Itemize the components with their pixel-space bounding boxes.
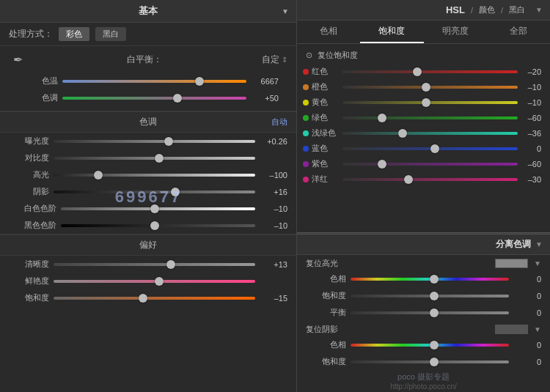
blue-value: 0 (521, 144, 541, 153)
red-slider[interactable] (342, 67, 518, 77)
balance-label: 平衡 (306, 307, 346, 318)
contrast-slider[interactable] (54, 153, 255, 163)
clarity-slider[interactable] (54, 259, 255, 270)
clarity-row: 清晰度 +13 (0, 256, 296, 273)
whites-row: 白色色阶 –10 (0, 200, 296, 217)
shadows-slider[interactable] (54, 187, 255, 197)
hl-sat-label: 饱和度 (306, 290, 346, 301)
hsl-arrow[interactable]: ▼ (535, 6, 543, 14)
collapse-arrow[interactable]: ▼ (282, 7, 289, 15)
blacks-value: –10 (260, 221, 287, 230)
hl-hue-thumb[interactable] (430, 275, 439, 284)
bw-mode-button[interactable]: 黑白 (95, 27, 126, 41)
magenta-thumb[interactable] (404, 175, 413, 184)
sh-sat-thumb[interactable] (430, 358, 439, 366)
saturation-slider[interactable] (54, 293, 255, 303)
aqua-thumb[interactable] (398, 129, 407, 138)
blue-thumb[interactable] (430, 144, 439, 153)
contrast-thumb[interactable] (155, 154, 164, 163)
highlights-thumb[interactable] (94, 171, 103, 180)
blue-slider[interactable] (342, 144, 518, 154)
yellow-thumb[interactable] (422, 98, 430, 107)
red-value: –20 (521, 67, 541, 76)
orange-slider[interactable] (342, 82, 518, 92)
tint-slider[interactable] (62, 93, 246, 103)
blacks-thumb[interactable] (150, 221, 159, 230)
sh-sat-slider[interactable] (351, 357, 509, 367)
vibrance-thumb[interactable] (155, 277, 164, 286)
exposure-thumb[interactable] (164, 137, 173, 146)
wb-preset-value: 自定 (262, 53, 279, 66)
sh-hue-slider[interactable] (351, 340, 509, 350)
hsl-header: HSL / 颜色 / 黑白 ▼ (297, 0, 550, 21)
temp-value: 6667 (251, 77, 279, 86)
green-label: 绿色 (312, 112, 340, 123)
sh-hue-thumb[interactable] (430, 341, 439, 350)
wb-preset[interactable]: 自定 ⇕ (262, 53, 287, 66)
wb-arrows: ⇕ (282, 56, 287, 64)
pref-header: 偏好 (0, 234, 296, 256)
red-thumb[interactable] (413, 67, 422, 76)
reset-highlights-button[interactable]: 复位高光 (306, 258, 338, 269)
clarity-thumb[interactable] (166, 260, 175, 269)
vibrance-slider[interactable] (54, 276, 255, 286)
poco-url: http://photo.poco.cn/ (306, 382, 541, 391)
shadow-reset-row: 复位阴影 ▼ (297, 321, 550, 336)
green-dot (303, 115, 309, 121)
auto-button[interactable]: 自动 (271, 117, 287, 127)
balance-thumb[interactable] (430, 308, 439, 317)
aqua-slider[interactable] (342, 128, 518, 138)
exposure-value: +0.26 (260, 137, 287, 146)
exposure-slider[interactable] (54, 136, 255, 147)
hl-sat-thumb[interactable] (430, 292, 439, 300)
temp-slider[interactable] (62, 76, 246, 86)
tab-all[interactable]: 全部 (487, 21, 550, 43)
shadows-thumb[interactable] (171, 188, 180, 196)
hsl-green-row: 绿色 –60 (297, 110, 550, 125)
blacks-slider[interactable] (61, 221, 255, 231)
tab-saturation[interactable]: 饱和度 (360, 21, 423, 43)
yellow-slider[interactable] (342, 97, 518, 108)
green-slider[interactable] (342, 113, 518, 123)
tab-luminance[interactable]: 明亮度 (424, 21, 487, 43)
sh-sat-value: 0 (513, 358, 541, 366)
magenta-slider[interactable] (342, 174, 518, 185)
highlight-reset-row: 复位高光 ▼ (297, 255, 550, 270)
reset-saturation-button[interactable]: 复位饱和度 (318, 50, 358, 61)
red-dot (303, 69, 309, 75)
tint-thumb[interactable] (173, 94, 182, 103)
green-thumb[interactable] (378, 114, 386, 122)
highlights-label: 高光 (9, 169, 49, 180)
hl-sat-slider[interactable] (351, 291, 509, 301)
purple-thumb[interactable] (378, 160, 386, 169)
eyedropper-icon[interactable]: ✒ (9, 51, 26, 68)
temp-thumb[interactable] (195, 77, 204, 86)
purple-slider[interactable] (342, 159, 518, 169)
magenta-dot (303, 177, 309, 182)
saturation-thumb[interactable] (139, 294, 147, 303)
highlights-slider[interactable] (54, 170, 255, 180)
blacks-row: 黑色色阶 –10 (0, 217, 296, 234)
purple-label: 紫色 (312, 158, 340, 169)
yellow-label: 黄色 (312, 97, 340, 108)
hl-hue-slider[interactable] (351, 274, 509, 284)
hsl-aqua-row: 浅绿色 –36 (297, 125, 550, 141)
orange-thumb[interactable] (422, 83, 430, 92)
red-label: 红色 (312, 66, 340, 77)
yellow-value: –10 (521, 98, 541, 107)
highlight-color-swatch[interactable] (495, 259, 528, 268)
balance-slider[interactable] (351, 308, 509, 318)
color-mode-button[interactable]: 彩色 (59, 27, 89, 41)
whites-slider[interactable] (61, 204, 255, 214)
contrast-label: 对比度 (9, 152, 49, 163)
tab-hue[interactable]: 色相 (297, 21, 360, 43)
reset-shadows-button[interactable]: 复位阴影 (306, 324, 338, 335)
bw-link[interactable]: 黑白 (509, 4, 525, 15)
split-arrow[interactable]: ▼ (535, 240, 543, 248)
color-link[interactable]: 颜色 (479, 4, 495, 15)
target-icon: ⊙ (306, 51, 318, 60)
shadow-color-swatch[interactable] (495, 325, 528, 334)
highlight-swatch-arrow: ▼ (534, 259, 541, 267)
whites-thumb[interactable] (150, 204, 159, 213)
hsl-red-row: 红色 –20 (297, 64, 550, 79)
